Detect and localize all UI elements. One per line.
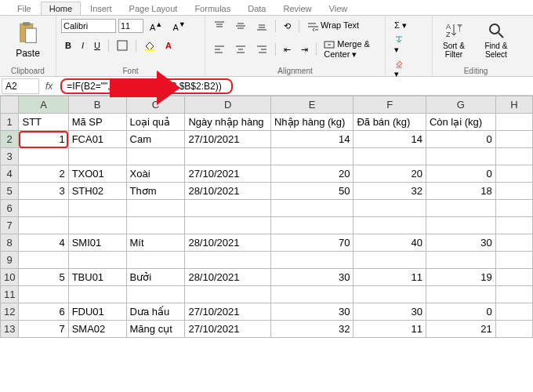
tab-formulas[interactable]: Formulas	[187, 2, 238, 15]
merge-center-button[interactable]: Merge & Center ▾	[320, 37, 380, 62]
cell[interactable]	[495, 148, 532, 165]
tab-insert[interactable]: Insert	[82, 2, 120, 15]
row-header[interactable]: 8	[1, 234, 19, 252]
cell[interactable]: FDU01	[68, 303, 126, 321]
cell[interactable]: SMA02	[68, 321, 126, 338]
cell[interactable]: 27/10/2021	[185, 165, 271, 183]
cell[interactable]	[126, 252, 185, 269]
cell[interactable]	[68, 148, 126, 165]
cell[interactable]: TXO01	[68, 165, 126, 183]
cell[interactable]: 1	[19, 131, 68, 148]
cell[interactable]: 2	[19, 165, 68, 183]
cell[interactable]: 30	[426, 234, 495, 252]
cell[interactable]	[426, 200, 495, 217]
cell[interactable]	[495, 269, 532, 286]
column-header-D[interactable]: D	[185, 96, 271, 114]
cell[interactable]	[495, 252, 532, 269]
tab-file[interactable]: File	[9, 2, 39, 15]
cell[interactable]: Thơm	[126, 183, 185, 200]
cell[interactable]	[126, 217, 185, 234]
cell[interactable]	[270, 286, 353, 303]
cell[interactable]	[495, 114, 532, 131]
row-header[interactable]: 9	[1, 252, 19, 269]
cell[interactable]: Nhập hàng (kg)	[270, 114, 353, 131]
fx-label[interactable]: fx	[41, 81, 57, 92]
align-center-button[interactable]	[231, 42, 250, 57]
autosum-button[interactable]: Σ ▾	[390, 18, 411, 33]
cell[interactable]	[495, 217, 532, 234]
row-header[interactable]: 12	[1, 303, 19, 321]
cell[interactable]: SMI01	[68, 234, 126, 252]
cell[interactable]: 27/10/2021	[185, 321, 271, 338]
cell[interactable]	[270, 148, 353, 165]
cell[interactable]	[426, 217, 495, 234]
column-header-A[interactable]: A	[19, 96, 68, 114]
cell[interactable]: 21	[426, 321, 495, 338]
wrap-text-button[interactable]: Wrap Text	[303, 18, 363, 33]
tab-review[interactable]: Review	[275, 2, 319, 15]
row-header[interactable]: 7	[1, 217, 19, 234]
cell[interactable]	[495, 131, 532, 148]
orientation-button[interactable]: ⟲	[280, 19, 295, 34]
select-all-corner[interactable]	[1, 96, 19, 114]
cell[interactable]: 5	[19, 269, 68, 286]
cell[interactable]	[354, 148, 426, 165]
cell[interactable]: Cam	[126, 131, 185, 148]
font-name-select[interactable]	[61, 19, 116, 33]
cell[interactable]	[495, 321, 532, 338]
cell[interactable]: Bưởi	[126, 269, 185, 286]
cell[interactable]: 14	[270, 131, 353, 148]
cell[interactable]: 30	[270, 269, 353, 286]
tab-page-layout[interactable]: Page Layout	[121, 2, 186, 15]
cell[interactable]	[19, 148, 68, 165]
cell[interactable]	[185, 252, 271, 269]
increase-indent-button[interactable]: ⇥	[297, 42, 312, 57]
column-header-B[interactable]: B	[68, 96, 126, 114]
decrease-indent-button[interactable]: ⇤	[280, 42, 295, 57]
cell[interactable]: 20	[270, 165, 353, 183]
row-header[interactable]: 5	[1, 183, 19, 200]
cell[interactable]	[495, 286, 532, 303]
cell[interactable]: Ngày nhập hàng	[185, 114, 271, 131]
cell[interactable]	[270, 252, 353, 269]
cell[interactable]: STH02	[68, 183, 126, 200]
cell[interactable]: 32	[270, 321, 353, 338]
cell[interactable]	[185, 217, 271, 234]
cell[interactable]: 28/10/2021	[185, 183, 271, 200]
tab-data[interactable]: Data	[240, 2, 274, 15]
tab-home[interactable]: Home	[41, 2, 81, 15]
bold-button[interactable]: B	[61, 38, 75, 53]
cell[interactable]: 3	[19, 183, 68, 200]
cell[interactable]	[270, 200, 353, 217]
cell[interactable]: Xoài	[126, 165, 185, 183]
cell[interactable]: 28/10/2021	[185, 269, 271, 286]
cell[interactable]: Loại quả	[126, 114, 185, 131]
cell[interactable]: 0	[426, 303, 495, 321]
name-box[interactable]	[2, 78, 39, 94]
cell[interactable]	[185, 148, 271, 165]
decrease-font-button[interactable]: A▼	[169, 18, 189, 34]
cell[interactable]: TBU01	[68, 269, 126, 286]
border-button[interactable]	[113, 38, 132, 53]
font-size-select[interactable]	[118, 19, 143, 33]
fill-button[interactable]: ▾	[390, 33, 408, 57]
cell[interactable]: STT	[19, 114, 68, 131]
cell[interactable]: 14	[354, 131, 426, 148]
cell[interactable]	[68, 252, 126, 269]
cell[interactable]: 32	[354, 183, 426, 200]
cell[interactable]: 27/10/2021	[185, 303, 271, 321]
cell[interactable]: 30	[270, 303, 353, 321]
cell[interactable]: 30	[354, 303, 426, 321]
underline-button[interactable]: U	[90, 38, 104, 53]
cell[interactable]: 18	[426, 183, 495, 200]
cell[interactable]	[68, 217, 126, 234]
column-header-F[interactable]: F	[354, 96, 426, 114]
find-select-button[interactable]: Find & Select	[478, 18, 514, 62]
cell[interactable]	[354, 252, 426, 269]
cell[interactable]: Mít	[126, 234, 185, 252]
cell[interactable]: Măng cụt	[126, 321, 185, 338]
cell[interactable]	[126, 148, 185, 165]
sort-filter-button[interactable]: AZ Sort & Filter	[437, 18, 470, 62]
align-right-button[interactable]	[252, 42, 271, 57]
cell[interactable]: 19	[426, 269, 495, 286]
